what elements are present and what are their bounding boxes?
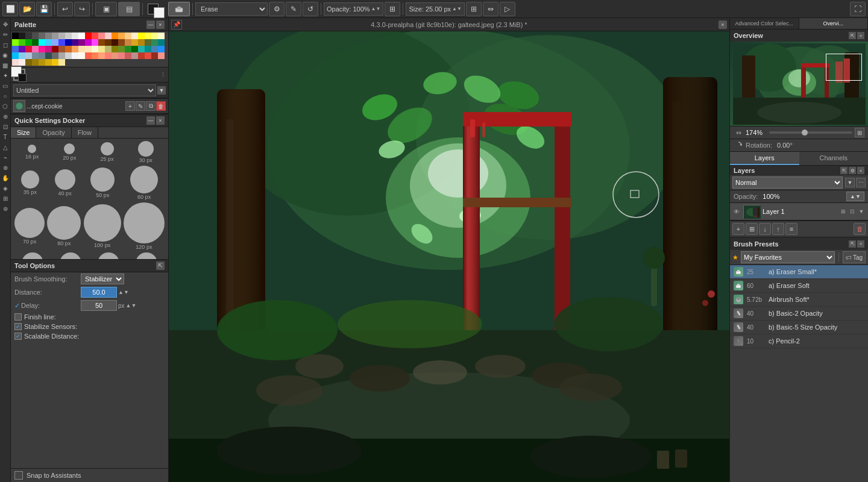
color-swatch-33[interactable] xyxy=(78,39,85,46)
zoom-slider[interactable] xyxy=(769,131,852,134)
size-up[interactable]: ▲▼ xyxy=(452,6,462,11)
color-swatch-25[interactable] xyxy=(25,39,32,46)
preset-item-3[interactable]: 40 b) Basic-2 Opacity xyxy=(730,307,868,321)
color-swatch-37[interactable] xyxy=(105,39,112,46)
color-swatch-60[interactable] xyxy=(105,46,112,52)
brush-item-100[interactable]: 100 px xyxy=(84,204,121,248)
color-swatch-79[interactable] xyxy=(78,52,85,59)
layer-action-1[interactable]: ⊞ xyxy=(839,207,848,216)
distance-spin[interactable]: ▲▼ xyxy=(118,289,129,295)
color-swatch-46[interactable] xyxy=(12,46,19,52)
brush-item-16[interactable]: 16 px xyxy=(25,145,39,160)
brush-add-btn[interactable]: + xyxy=(125,101,135,111)
brush-circle-100[interactable] xyxy=(84,204,121,242)
color-swatch-47[interactable] xyxy=(19,46,25,52)
brush-circle-60[interactable] xyxy=(130,166,158,193)
tab-overview[interactable]: Overvi... xyxy=(799,18,869,29)
color-swatch-56[interactable] xyxy=(78,46,85,52)
color-swatch-42[interactable] xyxy=(138,39,145,46)
color-swatch-87[interactable] xyxy=(131,52,138,59)
color-swatch-26[interactable] xyxy=(32,39,39,46)
qs-float-btn[interactable]: — xyxy=(146,116,155,125)
smart-patch[interactable]: ◈ xyxy=(1,183,10,193)
crop-tool[interactable]: ⊡ xyxy=(1,122,10,131)
color-swatch-10[interactable] xyxy=(78,33,85,39)
palette-float-btn[interactable]: — xyxy=(146,20,155,29)
tab-opacity[interactable]: Opacity xyxy=(36,127,71,138)
select-ellipse[interactable]: ○ xyxy=(1,91,10,101)
brush-circle-300[interactable] xyxy=(136,252,157,259)
brush-item-250[interactable]: 250 px xyxy=(98,252,119,259)
undo-btn[interactable]: ↩ xyxy=(57,2,73,16)
layer-action-2[interactable]: ⊡ xyxy=(848,207,857,216)
brush-item-35[interactable]: 35 px xyxy=(21,171,39,195)
color-swatch-38[interactable] xyxy=(112,39,118,46)
brush-circle-250[interactable] xyxy=(98,252,119,259)
favorites-dropdown[interactable]: My Favorites xyxy=(741,251,835,263)
finish-line-check[interactable] xyxy=(14,313,22,321)
brush-tool[interactable]: ✏ xyxy=(1,30,10,39)
brush-item-160[interactable]: 160 px xyxy=(22,252,43,259)
brush-item-20[interactable]: 20 px xyxy=(63,143,76,161)
tag-btn[interactable]: 🏷 Tag xyxy=(843,251,866,263)
color-swatch-77[interactable] xyxy=(65,52,72,59)
brush-circle-70[interactable] xyxy=(14,208,45,238)
zoom-expand-btn[interactable]: ⊞ xyxy=(855,128,864,137)
canvas-area[interactable]: 📌 4.3.0-prealpha (git 8c9b10e): galteed.… xyxy=(169,18,729,482)
save-btn[interactable]: 💾 xyxy=(36,2,52,16)
color-swatch-69[interactable] xyxy=(12,52,19,59)
opacity-control[interactable]: Opacity: 100% ▲▼ xyxy=(324,2,383,16)
canvas-close-btn[interactable]: × xyxy=(719,20,727,29)
brush-item-40[interactable]: 40 px xyxy=(55,169,75,196)
layers-close-btn[interactable]: × xyxy=(857,167,864,174)
color-swatch-21[interactable] xyxy=(151,33,158,39)
brush-circle-20[interactable] xyxy=(64,143,75,154)
view2-btn[interactable]: ▤ xyxy=(118,2,140,16)
color-swatch-96[interactable] xyxy=(39,59,45,66)
color-swatch-36[interactable] xyxy=(98,39,105,46)
reference-tool[interactable]: ⊞ xyxy=(1,193,10,203)
color-swatch-32[interactable] xyxy=(72,39,78,46)
color-selector[interactable] xyxy=(145,1,167,17)
color-swatch-9[interactable] xyxy=(72,33,78,39)
color-swatch-27[interactable] xyxy=(39,39,45,46)
color-swatch-95[interactable] xyxy=(32,59,39,66)
tab-size[interactable]: Size xyxy=(11,127,36,138)
filter-down-icon[interactable]: ▼ xyxy=(845,178,855,187)
preset-item-5[interactable]: 10 c) Pencil-2 xyxy=(730,334,868,348)
wrap-btn[interactable]: ▷ xyxy=(500,2,515,16)
qs-close-btn[interactable]: × xyxy=(156,116,165,125)
color-swatch-3[interactable] xyxy=(32,33,39,39)
delete-layer-btn[interactable]: 🗑 xyxy=(854,223,866,235)
erase-select[interactable]: Erase xyxy=(195,2,268,16)
size-control[interactable]: Size: 25.00 px ▲▼ xyxy=(406,2,465,16)
canvas-frame[interactable] xyxy=(169,31,729,482)
color-swatch-16[interactable] xyxy=(118,33,125,39)
color-swatch-66[interactable] xyxy=(145,46,151,52)
color-swatch-17[interactable] xyxy=(125,33,131,39)
color-swatch-81[interactable] xyxy=(92,52,98,59)
color-swatch-51[interactable] xyxy=(45,46,52,52)
color-swatch-43[interactable] xyxy=(145,39,151,46)
opacity-spin-btn[interactable]: ▲▼ xyxy=(846,192,864,201)
brush-circle-200[interactable] xyxy=(60,252,81,259)
delay-input[interactable] xyxy=(81,300,117,311)
color-swatch-4[interactable] xyxy=(39,33,45,39)
color-swatch-45[interactable] xyxy=(158,39,165,46)
brush-item-200[interactable]: 200 px xyxy=(60,252,81,259)
brush-refresh-btn[interactable]: ↺ xyxy=(303,2,318,16)
color-swatch-78[interactable] xyxy=(72,52,78,59)
overview-close-btn[interactable]: × xyxy=(857,32,864,39)
brush-circle-160[interactable] xyxy=(22,252,43,259)
color-swatch-52[interactable] xyxy=(52,46,58,52)
color-swatch-44[interactable] xyxy=(151,39,158,46)
move-up-btn[interactable]: ↑ xyxy=(772,223,784,235)
color-swatch-90[interactable] xyxy=(151,52,158,59)
color-swatch-74[interactable] xyxy=(45,52,52,59)
size-expand-btn[interactable]: ⊞ xyxy=(466,2,482,16)
distance-input[interactable] xyxy=(81,287,117,298)
color-swatch-61[interactable] xyxy=(112,46,118,52)
eraser-tool[interactable]: ◻ xyxy=(1,40,10,49)
color-swatch-48[interactable] xyxy=(25,46,32,52)
color-swatch-23[interactable] xyxy=(12,39,19,46)
